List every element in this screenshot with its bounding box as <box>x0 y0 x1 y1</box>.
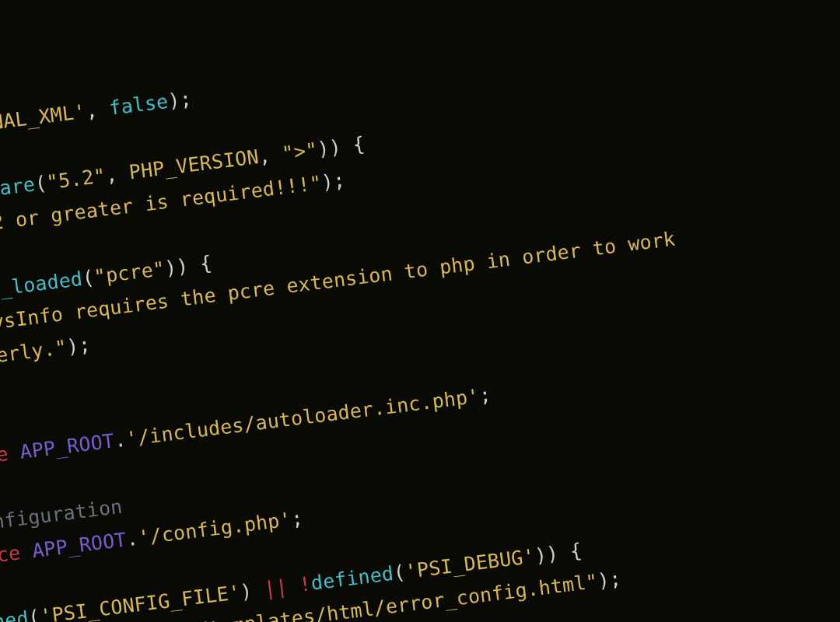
code-string: "5.2" <box>45 164 107 194</box>
code-punct: ); <box>320 168 347 194</box>
code-punct: )) { <box>316 132 366 160</box>
code-punct: ); <box>65 333 92 358</box>
code-punct: , <box>104 162 131 187</box>
code-string: '/includes/autoloader.inc.php' <box>124 385 481 451</box>
code-keyword: re_once <box>0 442 9 475</box>
code-string: "pcre" <box>93 257 166 288</box>
code-const: APP_ROOT <box>19 429 116 463</box>
code-string: PHP_VERSION <box>128 145 260 183</box>
code-punct: ); <box>597 567 623 592</box>
code-editor-viewport: boolean PSI_INTERNAL_XML', false); sion_… <box>0 0 840 622</box>
code-punct: ; <box>478 383 492 407</box>
code-keyword: re_once <box>0 541 22 574</box>
code-string: 'PSI_DEBUG' <box>404 544 536 582</box>
php-source-code: boolean PSI_INTERNAL_XML', false); sion_… <box>0 0 730 622</box>
code-const: APP_ROOT <box>31 528 128 562</box>
code-string: 'PSI_CONFIG_FILE' <box>39 581 242 622</box>
code-punct: )) { <box>163 251 213 279</box>
code-func: defined <box>0 606 30 622</box>
code-func: defined <box>310 561 395 594</box>
code-punct: ; <box>290 506 305 530</box>
code-string: PSI_INTERNAL_XML' <box>0 100 87 147</box>
code-bool: false <box>108 90 170 120</box>
code-punct: )) { <box>534 539 583 567</box>
code-string: ">" <box>281 138 319 165</box>
code-operator: || <box>263 575 289 600</box>
code-string: '/config.php' <box>137 508 292 549</box>
code-punct: ) <box>239 578 265 603</box>
code-punct: , <box>257 142 284 168</box>
code-string: properly." <box>0 335 68 372</box>
code-punct: , <box>84 97 110 123</box>
code-punct: ); <box>166 87 193 113</box>
